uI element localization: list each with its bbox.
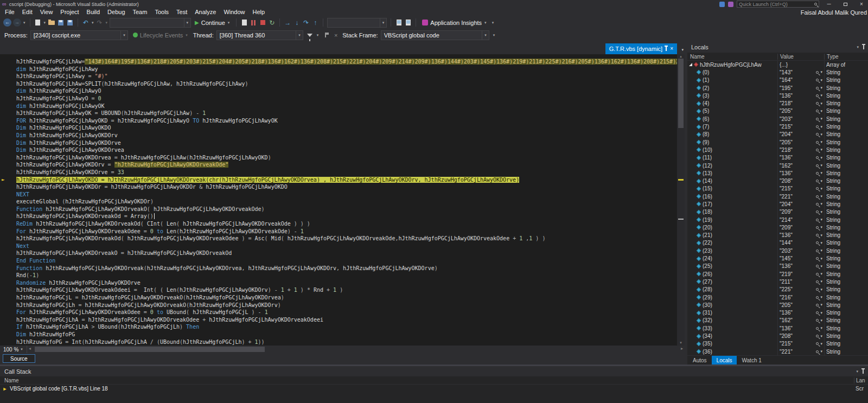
toolbar-combo[interactable]: ▾ bbox=[110, 18, 191, 28]
menu-item-tools[interactable]: Tools bbox=[151, 8, 173, 16]
menu-item-analyze[interactable]: Analyze bbox=[191, 8, 220, 16]
chevron-down-icon[interactable]: ▾ bbox=[820, 303, 822, 307]
code-line[interactable]: Next bbox=[0, 242, 677, 250]
code-line[interactable]: If hJthRzuwHgfoPGCjLhA > UBound(hJthRzuw… bbox=[0, 323, 677, 331]
code-line[interactable]: hJthRzuwHgfoPGCjLhAwyOK = UBOUND(hJthRzu… bbox=[0, 110, 677, 117]
magnifier-icon[interactable] bbox=[816, 304, 819, 306]
pin-icon[interactable] bbox=[863, 369, 864, 374]
tab-autos[interactable]: Autos bbox=[688, 356, 712, 364]
menu-item-test[interactable]: Test bbox=[173, 8, 191, 16]
code-line[interactable]: Dim hJthRzuwHgfoPGCjLhAwyOKDOrvea bbox=[0, 146, 677, 154]
magnifier-icon[interactable] bbox=[816, 280, 819, 283]
save-all-icon[interactable] bbox=[67, 20, 73, 25]
tab-source[interactable]: Source bbox=[3, 354, 35, 363]
code-line[interactable]: executeGlobal (hJthRzuwHgfoPGCjLhAwyOKDO… bbox=[0, 198, 677, 206]
navigate-forward-icon[interactable]: → bbox=[13, 18, 21, 27]
pin-icon[interactable] bbox=[666, 47, 667, 51]
pin-icon[interactable] bbox=[863, 45, 864, 49]
scroll-down-icon[interactable]: ▾ bbox=[677, 341, 685, 345]
code-line[interactable]: hJthRzuwHgfoPGCjLh = hJthRzuwHgfoPGCjLhA… bbox=[0, 302, 677, 309]
code-line[interactable]: ReDim hJthRzuwHgfoPGCjLhAwyOKDOrveakOd( … bbox=[0, 220, 677, 228]
menu-item-project[interactable]: Project bbox=[56, 8, 82, 16]
callstack-frame-row[interactable]: ►VBScript global code [G.T.R.vbs] Line 1… bbox=[0, 385, 868, 393]
restore-button[interactable] bbox=[839, 0, 852, 8]
code-line[interactable]: hJthRzuwHgfoPGCjLhAwyO = 0 bbox=[0, 95, 677, 103]
redo-icon[interactable]: ↷ bbox=[96, 18, 104, 27]
show-next-statement-icon[interactable]: → bbox=[284, 18, 291, 27]
horizontal-scrollbar[interactable]: ◂ ▸ bbox=[27, 346, 685, 353]
code-line[interactable]: End Function bbox=[0, 257, 677, 265]
chevron-down-icon[interactable]: ▾ bbox=[820, 93, 822, 98]
magnifier-icon[interactable] bbox=[816, 257, 819, 260]
minimize-button[interactable]: ─ bbox=[822, 0, 835, 8]
chevron-down-icon[interactable]: ▾ bbox=[820, 148, 822, 152]
magnifier-icon[interactable] bbox=[816, 87, 819, 89]
chevron-down-icon[interactable]: ▾ bbox=[820, 101, 822, 106]
scroll-right-icon[interactable]: ▸ bbox=[681, 346, 683, 351]
magnifier-icon[interactable] bbox=[816, 164, 819, 167]
scroll-up-icon[interactable]: ▴ bbox=[677, 54, 685, 59]
document-outline-icon[interactable] bbox=[397, 20, 401, 25]
chevron-down-icon[interactable]: ▾ bbox=[820, 311, 822, 315]
scroll-left-icon[interactable]: ◂ bbox=[29, 346, 31, 351]
code-line[interactable]: dim hJthRzuwHgfoPGCjLhAwy bbox=[0, 66, 677, 73]
code-line[interactable]: Dim hJthRzuwHgfoPGCjLhAwyOKDOrve bbox=[0, 139, 677, 147]
menu-item-help[interactable]: Help bbox=[249, 8, 269, 16]
lifecycle-events-button[interactable]: Lifecycle Events ▾ bbox=[131, 32, 190, 39]
stop-debugging-icon[interactable] bbox=[260, 20, 265, 25]
magnifier-icon[interactable] bbox=[816, 342, 819, 345]
chevron-down-icon[interactable]: ▾ bbox=[820, 125, 822, 129]
chevron-down-icon[interactable]: ▾ bbox=[23, 21, 25, 25]
code-line[interactable]: FOR hJthRzuwHgfoPGCjLhAwyOKD = hJthRzuwH… bbox=[0, 117, 677, 125]
magnifier-icon[interactable] bbox=[816, 265, 819, 267]
chevron-down-icon[interactable]: ▾ bbox=[820, 109, 822, 113]
code-line[interactable]: Dim hJthRzuwHgfoPG bbox=[0, 331, 677, 338]
open-file-icon[interactable] bbox=[48, 21, 55, 25]
chevron-down-icon[interactable]: ▾ bbox=[106, 21, 108, 25]
chevron-down-icon[interactable]: ▾ bbox=[820, 233, 822, 238]
code-line[interactable]: For hJthRzuwHgfoPGCjLhAwyOKDOrveakOdee =… bbox=[0, 309, 677, 316]
process-combo[interactable]: [2340] cscript.exe ▾ bbox=[30, 30, 128, 40]
column-header-name[interactable]: Name bbox=[0, 378, 854, 383]
magnifier-icon[interactable] bbox=[816, 141, 819, 144]
tab-watch-1[interactable]: Watch 1 bbox=[737, 356, 766, 364]
chevron-down-icon[interactable]: ▾ bbox=[820, 140, 822, 144]
tab-locals[interactable]: Locals bbox=[712, 356, 737, 364]
chevron-down-icon[interactable]: ▾ bbox=[820, 342, 822, 346]
chevron-down-icon[interactable]: ▾ bbox=[820, 117, 822, 121]
chevron-down-icon[interactable]: ▾ bbox=[820, 171, 822, 175]
code-line[interactable]: Function hJthRzuwHgfoPGCjLhAwyOKDOrveak(… bbox=[0, 265, 677, 272]
filter-threads-icon[interactable] bbox=[307, 34, 312, 37]
toolbar-combo[interactable]: ▾ bbox=[327, 18, 387, 28]
menu-item-window[interactable]: Window bbox=[220, 8, 248, 16]
chevron-down-icon[interactable]: ▾ bbox=[820, 326, 822, 330]
magnifier-icon[interactable] bbox=[816, 219, 819, 221]
magnifier-icon[interactable] bbox=[816, 335, 819, 337]
chevron-down-icon[interactable]: ▾ bbox=[820, 179, 822, 183]
stack-frame-combo[interactable]: VBScript global code ▾ bbox=[381, 30, 489, 40]
line-document-icon[interactable] bbox=[406, 20, 411, 25]
menu-item-view[interactable]: View bbox=[36, 8, 57, 16]
magnifier-icon[interactable] bbox=[816, 311, 819, 314]
chevron-down-icon[interactable]: ▾ bbox=[820, 264, 822, 268]
code-line[interactable]: hJthRzuwHgfoPGCjL = hJthRzuwHgfoPGCjLhAw… bbox=[0, 294, 677, 302]
step-into-icon[interactable]: ↓ bbox=[293, 18, 301, 27]
break-all-icon[interactable] bbox=[251, 20, 256, 25]
magnifier-icon[interactable] bbox=[816, 118, 819, 120]
magnifier-icon[interactable] bbox=[816, 234, 819, 236]
chevron-down-icon[interactable]: ▾ bbox=[820, 70, 822, 74]
chevron-down-icon[interactable]: ▾ bbox=[820, 194, 822, 199]
magnifier-icon[interactable] bbox=[816, 79, 819, 81]
code-line[interactable]: Dim hJthRzuwHgfoPGCjLhAwyOKDO bbox=[0, 124, 677, 132]
application-insights-button[interactable]: Application Insights ▾ bbox=[420, 20, 489, 26]
continue-button[interactable]: ▶ Continue ▾ bbox=[193, 20, 232, 26]
code-line[interactable]: Function hJthRzuwHgfoPGCjLhAwyOKDOrveakO… bbox=[0, 206, 677, 213]
save-icon[interactable] bbox=[58, 20, 63, 25]
new-file-icon[interactable] bbox=[35, 20, 40, 25]
code-line[interactable]: hJthRzuwHgfoPGCjLhAw=SPLIT(hJthRzuwHgfoP… bbox=[0, 80, 677, 88]
menu-item-team[interactable]: Team bbox=[129, 8, 151, 16]
magnifier-icon[interactable] bbox=[816, 125, 819, 128]
toolbar-overflow-icon[interactable]: ▾ bbox=[492, 21, 494, 25]
magnifier-icon[interactable] bbox=[816, 133, 819, 136]
column-header-name[interactable]: Name bbox=[687, 54, 777, 60]
